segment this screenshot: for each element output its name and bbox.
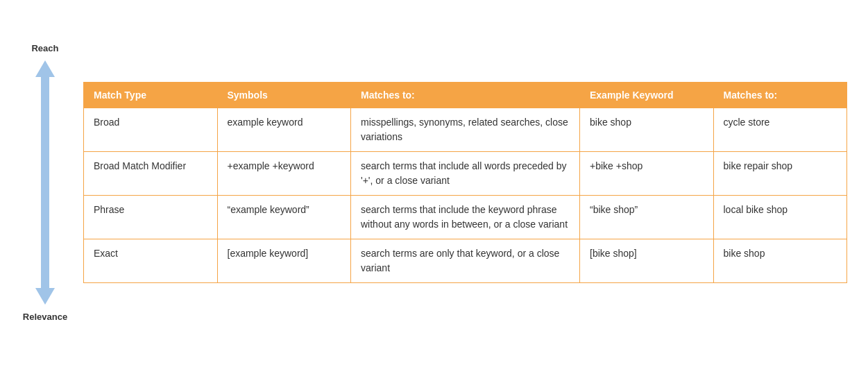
example-keyword-cell: “bike shop” bbox=[580, 196, 714, 239]
symbols-cell: “example keyword” bbox=[217, 196, 351, 239]
matches-to-cell: search terms that include the keyword ph… bbox=[351, 196, 580, 239]
matches-to2-cell: bike shop bbox=[713, 239, 847, 283]
match-type-cell: Broad Match Modifier bbox=[84, 152, 218, 196]
header-example-keyword: Example Keyword bbox=[580, 83, 714, 108]
header-matches-to: Matches to: bbox=[351, 83, 580, 108]
match-type-cell: Phrase bbox=[84, 196, 218, 239]
symbols-cell: +example +keyword bbox=[217, 152, 351, 196]
reach-relevance-arrow: Reach Relevance bbox=[21, 43, 69, 322]
matches-to2-cell: bike repair shop bbox=[713, 152, 847, 196]
matches-to2-cell: local bike shop bbox=[713, 196, 847, 239]
svg-rect-1 bbox=[41, 76, 49, 289]
page-wrapper: Reach Relevance Match Type Symbols Match… bbox=[0, 29, 868, 336]
match-type-cell: Exact bbox=[84, 239, 218, 283]
table-body: Broadexample keywordmisspellings, synony… bbox=[84, 108, 847, 283]
svg-marker-0 bbox=[35, 60, 55, 77]
header-match-type: Match Type bbox=[84, 83, 218, 108]
matches-to-cell: search terms that include all words prec… bbox=[351, 152, 580, 196]
svg-marker-2 bbox=[35, 288, 55, 305]
arrow-icon bbox=[33, 58, 58, 307]
table-row: Exact[example keyword]search terms are o… bbox=[84, 239, 847, 283]
table-header: Match Type Symbols Matches to: Example K… bbox=[84, 83, 847, 108]
symbols-cell: [example keyword] bbox=[217, 239, 351, 283]
table-row: Broad Match Modifier+example +keywordsea… bbox=[84, 152, 847, 196]
table-row: Broadexample keywordmisspellings, synony… bbox=[84, 108, 847, 152]
example-keyword-cell: [bike shop] bbox=[580, 239, 714, 283]
example-keyword-cell: bike shop bbox=[580, 108, 714, 152]
table-row: Phrase“example keyword”search terms that… bbox=[84, 196, 847, 239]
match-type-cell: Broad bbox=[84, 108, 218, 152]
header-symbols: Symbols bbox=[217, 83, 351, 108]
example-keyword-cell: +bike +shop bbox=[580, 152, 714, 196]
matches-to2-cell: cycle store bbox=[713, 108, 847, 152]
matches-to-cell: search terms are only that keyword, or a… bbox=[351, 239, 580, 283]
reach-label: Reach bbox=[31, 43, 58, 53]
matches-to-cell: misspellings, synonyms, related searches… bbox=[351, 108, 580, 152]
symbols-cell: example keyword bbox=[217, 108, 351, 152]
relevance-label: Relevance bbox=[23, 312, 67, 322]
match-type-table: Match Type Symbols Matches to: Example K… bbox=[83, 82, 847, 283]
header-matches-to2: Matches to: bbox=[713, 83, 847, 108]
